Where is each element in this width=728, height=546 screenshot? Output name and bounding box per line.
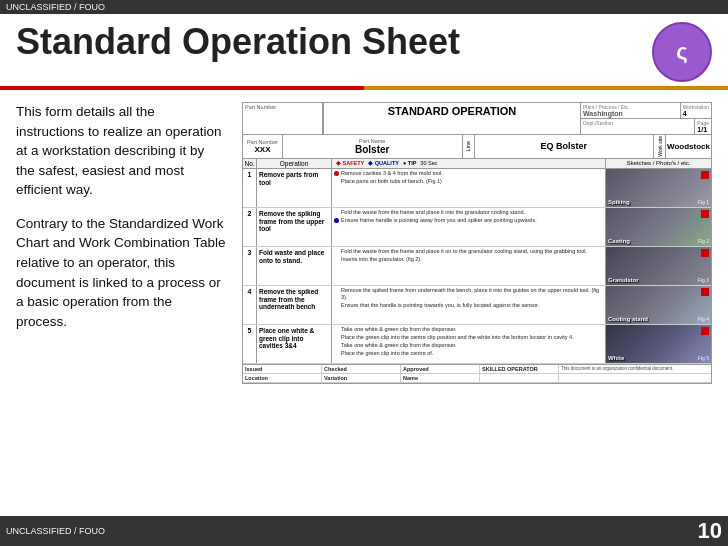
partname-cell: Part Name Bolster — [283, 135, 463, 158]
line-value: EQ Bolster — [540, 141, 587, 151]
op-details-5: Take one white & green clip from the dis… — [332, 325, 606, 363]
op-details-4: Remove the spiked frame from underneath … — [332, 286, 606, 324]
op-details-3: Fold the waste from the frame and place … — [332, 247, 606, 285]
line-label-cell: Line — [463, 135, 475, 158]
op-sketch-1: Spiking Fig 1 — [606, 169, 711, 207]
op-sketch-5: White Fig 5 — [606, 325, 711, 363]
footer-checked: Checked — [322, 365, 401, 373]
footer-name: Name — [401, 374, 480, 382]
op-row-3: 3 Fold waste and place onto to stand. Fo… — [243, 247, 711, 286]
form-left-header: Part Number — [243, 103, 323, 134]
op-number-5: 5 — [243, 325, 257, 363]
partnum-cell: Part Number XXX — [243, 135, 283, 158]
op-name-2: Remove the spiking frame from the upper … — [257, 208, 332, 246]
top-bar-left: UNCLASSIFIED / FOUO — [6, 2, 105, 12]
op-row-1: 1 Remove parts from tool Remove cavities… — [243, 169, 711, 208]
location-label: Plant / Process / Etc. Washington — [581, 103, 681, 118]
safety-icon: ◆ SAFETY — [336, 160, 364, 166]
standard-operation-form: Part Number STANDARD OPERATION Plant / P… — [242, 102, 712, 384]
op-details-2: Fold the waste from the frame and place … — [332, 208, 606, 246]
sketch-indicator-4 — [701, 288, 709, 296]
dept-cell: Dept./Section — [581, 119, 695, 134]
worksite-value: Woodstock — [667, 142, 710, 151]
page-cell: Page 1/1 — [695, 119, 711, 134]
sketch-indicator-1 — [701, 171, 709, 179]
workstation-cell: Workstation 4 — [681, 103, 711, 118]
op-row-5: 5 Place one white & green clip into cavi… — [243, 325, 711, 364]
left-para-1: This form details all the instructions t… — [16, 102, 226, 200]
left-para-2: Contrary to the Standardized Work Chart … — [16, 214, 226, 331]
bottom-bar-left: UNCLASSIFIED / FOUO — [6, 526, 105, 536]
partname-value: Bolster — [355, 144, 389, 155]
form-row-2: Part Number XXX Part Name Bolster Line E… — [243, 135, 711, 159]
form-title-row: Part Number STANDARD OPERATION Plant / P… — [243, 103, 711, 135]
sketch-indicator-5 — [701, 327, 709, 335]
op-name-4: Remove the spiked frame from the underne… — [257, 286, 332, 324]
op-row-4: 4 Remove the spiked frame from the under… — [243, 286, 711, 325]
op-sketch-3: Granulator Fig 3 — [606, 247, 711, 285]
column-headers: No. Operation ◆ SAFETY ◆ QUALITY ● TIP 3… — [243, 159, 711, 169]
partnum-value: XXX — [254, 145, 270, 154]
op-sketch-4: Cooling stand Fig 4 — [606, 286, 711, 324]
footer-location: Location — [243, 374, 322, 382]
main-title: Standard Operation Sheet — [16, 22, 460, 62]
op-number-1: 1 — [243, 169, 257, 207]
op-number-3: 3 — [243, 247, 257, 285]
col-no: No. — [243, 159, 257, 168]
footer-approved: Approved — [401, 365, 480, 373]
footer-skilled: SKILLED OPERATOR — [480, 365, 559, 373]
deco-line — [0, 86, 728, 90]
tip-icon: ● TIP — [403, 160, 416, 166]
title-area: Standard Operation Sheet ς — [0, 14, 728, 86]
form-title: STANDARD OPERATION — [323, 103, 581, 134]
logo-area: ς — [652, 22, 712, 82]
30sec-label: 30 Sec — [420, 160, 437, 166]
footer-row-1: Issued Checked Approved SKILLED OPERATOR… — [243, 365, 711, 374]
op-number-2: 2 — [243, 208, 257, 246]
sketch-indicator-2 — [701, 210, 709, 218]
workstation-value: 4 — [683, 110, 709, 117]
form-footer: Issued Checked Approved SKILLED OPERATOR… — [243, 364, 711, 383]
operation-rows: 1 Remove parts from tool Remove cavities… — [243, 169, 711, 364]
op-name-3: Fold waste and place onto to stand. — [257, 247, 332, 285]
op-name-5: Place one white & green clip into caviti… — [257, 325, 332, 363]
op-row-2: 2 Remove the spiking frame from the uppe… — [243, 208, 711, 247]
footer-row-2: Location Variation Name — [243, 374, 711, 383]
line-value-cell: EQ Bolster — [475, 135, 655, 158]
col-sketches: Sketches / Photo's / etc. — [606, 159, 711, 168]
op-details-1: Remove cavities 3 & 4 from the mold tool… — [332, 169, 606, 207]
sketch-indicator-3 — [701, 249, 709, 257]
top-bar: UNCLASSIFIED / FOUO — [0, 0, 728, 14]
op-name-1: Remove parts from tool — [257, 169, 332, 207]
location-value: Washington — [583, 110, 678, 117]
page-value: 1/1 — [697, 126, 709, 133]
col-op: Operation — [257, 159, 332, 168]
footer-note: This document is an organization confide… — [559, 365, 711, 373]
quality-icon: ◆ QUALITY — [368, 160, 399, 166]
op-number-4: 4 — [243, 286, 257, 324]
col-icons: ◆ SAFETY ◆ QUALITY ● TIP 30 Sec — [332, 159, 606, 168]
page-number: 10 — [698, 518, 722, 544]
content-area: This form details all the instructions t… — [0, 98, 728, 388]
logo-icon: ς — [652, 22, 712, 82]
worksite-value-cell: Woodstock — [666, 135, 711, 158]
footer-issued: Issued — [243, 365, 322, 373]
form-header-right: Plant / Process / Etc. Washington Workst… — [581, 103, 711, 134]
left-panel: This form details all the instructions t… — [16, 102, 226, 384]
op-sketch-2: Casting Fig 2 — [606, 208, 711, 246]
worksite-label-cell: Work site — [654, 135, 666, 158]
footer-variation: Variation — [322, 374, 401, 382]
bottom-bar: UNCLASSIFIED / FOUO 10 — [0, 516, 728, 546]
